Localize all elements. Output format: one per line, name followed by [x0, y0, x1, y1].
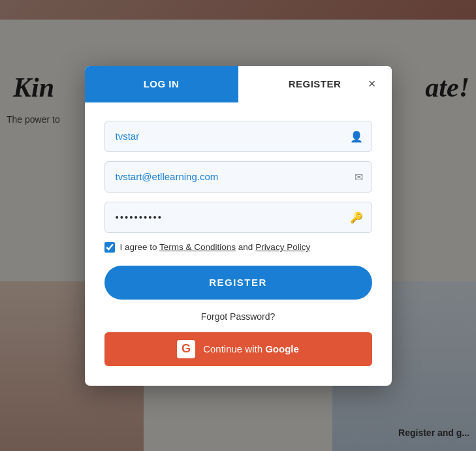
- tab-bar: LOG IN REGISTER: [85, 66, 392, 102]
- email-group: ✉: [104, 161, 372, 193]
- close-button[interactable]: ×: [363, 75, 381, 93]
- username-group: 👤: [104, 121, 372, 152]
- register-button[interactable]: REGISTER: [104, 266, 372, 300]
- user-icon: 👤: [350, 130, 363, 142]
- google-icon: G: [177, 340, 195, 358]
- terms-label: I agree to Terms & Conditions and Privac…: [120, 242, 311, 252]
- terms-row: I agree to Terms & Conditions and Privac…: [104, 242, 372, 253]
- terms-link[interactable]: Terms & Conditions: [159, 242, 236, 252]
- privacy-link[interactable]: Privacy Policy: [255, 242, 310, 252]
- email-input[interactable]: [104, 161, 372, 193]
- password-group: 🔑: [104, 202, 372, 233]
- forgot-password: Forgot Password?: [104, 311, 372, 322]
- key-icon: 🔑: [350, 211, 363, 223]
- password-input[interactable]: [104, 202, 372, 233]
- tab-login[interactable]: LOG IN: [85, 66, 238, 102]
- google-signin-button[interactable]: G Continue with Google: [104, 332, 372, 366]
- email-icon: ✉: [355, 170, 363, 183]
- google-button-label: Continue with Google: [203, 343, 299, 354]
- modal-body: 👤 ✉ 🔑 I agree to Terms & Conditions and …: [85, 102, 392, 386]
- terms-checkbox[interactable]: [104, 242, 115, 253]
- modal: × LOG IN REGISTER 👤 ✉ 🔑: [85, 66, 392, 386]
- modal-overlay: × LOG IN REGISTER 👤 ✉ 🔑: [0, 0, 476, 451]
- username-input[interactable]: [104, 121, 372, 152]
